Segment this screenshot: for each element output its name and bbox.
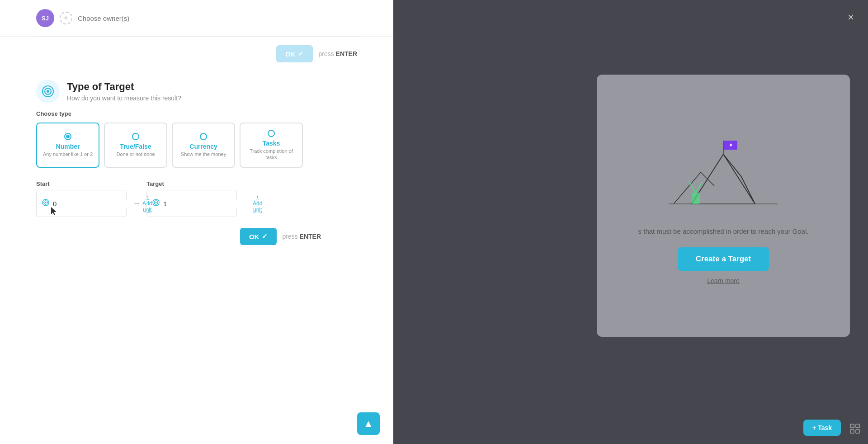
start-target-icon [42,199,49,208]
press-enter-top: press ENTER [318,50,357,57]
target-add-unit-button[interactable]: + Add unit [253,194,262,213]
type-card-currency[interactable]: Currency Show me the money [172,123,235,168]
owner-section: SJ + [0,0,393,37]
type-cards: Number Any number like 1 or 2 True/False… [36,123,357,168]
svg-point-8 [156,202,157,203]
type-card-number-title: Number [56,143,80,150]
type-card-number[interactable]: Number Any number like 1 or 2 [36,123,99,168]
choose-type-label: Choose type [36,110,357,117]
ok-bar-top: OK ✓ press ENTER [0,37,393,71]
target-section-icon [36,80,60,103]
grid-icon [850,424,860,434]
target-input[interactable] [163,200,249,208]
start-input-wrapper: + Add unit [36,190,127,217]
svg-rect-16 [850,430,854,433]
radio-truefalse [132,133,139,140]
type-card-tasks[interactable]: Tasks Track completion of tasks [240,123,303,168]
target-input-wrapper: + Add unit [146,190,237,217]
target-target-icon [152,199,160,208]
ok-button-bottom[interactable]: OK ✓ [240,228,277,245]
svg-rect-13 [692,193,700,204]
target-input-group: Target + Add unit [146,180,237,217]
section-subtitle: How do you want to measure this result? [67,94,181,102]
type-card-tasks-title: Tasks [263,140,280,147]
radio-currency [200,133,207,140]
type-card-currency-title: Currency [189,143,217,150]
svg-point-2 [47,90,49,93]
type-card-truefalse-desc: Done or not done [116,151,155,157]
close-button[interactable]: × [843,9,859,25]
svg-rect-17 [856,430,859,433]
target-label: Target [146,180,237,187]
start-label: Start [36,180,127,187]
svg-point-5 [45,202,47,203]
arrow-icon: → [132,198,141,208]
grid-icon-button[interactable] [850,424,860,436]
radio-number [64,133,71,140]
owner-input[interactable] [78,14,357,22]
avatar: SJ [36,9,54,27]
type-card-truefalse[interactable]: True/False Done or not done [104,123,167,168]
learn-more-link[interactable]: Learn more [707,277,740,284]
right-card-text: s that must be accomplished in order to … [638,227,809,237]
section-header: Type of Target How do you want to measur… [36,80,357,103]
start-input-group: Start + Add unit [36,180,127,217]
left-panel: SJ + OK ✓ press ENTER Typ [0,0,393,444]
section-title: Type of Target [67,81,181,93]
add-task-button[interactable]: + Task [803,420,841,436]
type-card-tasks-desc: Track completion of tasks [245,148,297,161]
inputs-row: Start + Add unit → Target [36,180,357,217]
ok-button-top[interactable]: OK ✓ [276,45,313,62]
type-card-currency-desc: Show me the money [181,151,226,157]
type-card-number-desc: Any number like 1 or 2 [43,151,93,157]
start-input[interactable] [53,200,139,208]
scroll-up-button[interactable]: ▲ [357,412,380,435]
radio-tasks [268,130,275,137]
svg-rect-15 [856,424,859,428]
create-target-button[interactable]: Create a Target [678,247,769,271]
mountain-illustration: ✦ [665,127,782,217]
right-panel: × ✦ s that must be accomplished in order… [389,0,868,444]
add-owner-button[interactable]: + [60,12,72,24]
type-card-truefalse-title: True/False [120,143,151,150]
ok-bar-bottom: OK ✓ press ENTER [36,228,357,245]
right-card: ✦ s that must be accomplished in order t… [597,75,850,337]
type-of-target-section: Type of Target How do you want to measur… [0,71,393,245]
svg-text:✦: ✦ [729,142,733,148]
svg-rect-14 [850,424,854,428]
press-enter-bottom: press ENTER [282,233,321,240]
